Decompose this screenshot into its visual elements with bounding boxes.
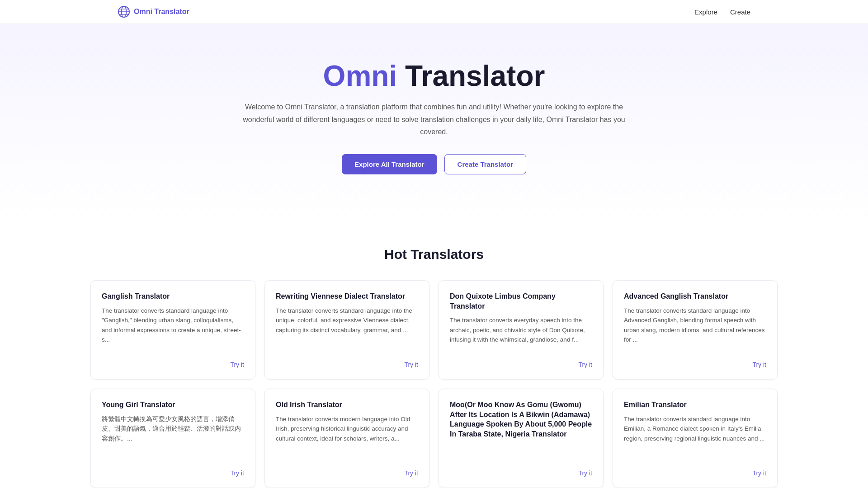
try-it-button[interactable]: Try it — [752, 361, 766, 368]
try-it-button[interactable]: Try it — [578, 469, 592, 477]
hero-title-omni: Omni — [323, 60, 397, 92]
card-title: Don Quixote Limbus Company Translator — [450, 291, 592, 311]
try-it-button[interactable]: Try it — [752, 469, 766, 477]
try-it-button[interactable]: Try it — [230, 469, 244, 477]
card-desc: The translator converts modern language … — [276, 414, 418, 444]
card-title: Old Irish Translator — [276, 400, 418, 410]
translator-card: Ganglish Translator The translator conve… — [90, 280, 255, 380]
create-translator-button[interactable]: Create Translator — [444, 154, 526, 174]
hero-title: Omni Translator — [9, 60, 859, 92]
translator-card: Advanced Ganglish Translator The transla… — [613, 280, 778, 380]
try-it-button[interactable]: Try it — [230, 361, 244, 368]
card-desc: The translator converts standard languag… — [624, 414, 766, 444]
card-desc: The translator converts standard languag… — [102, 306, 244, 345]
explore-all-button[interactable]: Explore All Translator — [342, 154, 437, 174]
card-title: Rewriting Viennese Dialect Translator — [276, 291, 418, 301]
hero-section: Omni Translator Welcome to Omni Translat… — [0, 24, 868, 220]
card-title: Emilian Translator — [624, 400, 766, 410]
card-title: Moo(Or Moo Know As Gomu (Gwomu) After It… — [450, 400, 592, 439]
nav-link-create[interactable]: Create — [730, 8, 750, 16]
card-desc: The translator converts standard languag… — [276, 306, 418, 335]
nav-link-explore[interactable]: Explore — [694, 8, 717, 16]
nav-links: Explore Create — [694, 8, 750, 16]
hero-title-translator: Translator — [397, 60, 545, 92]
card-title: Advanced Ganglish Translator — [624, 291, 766, 301]
hero-buttons: Explore All Translator Create Translator — [9, 154, 859, 174]
hot-translators-section: Hot Translators Ganglish Translator The … — [0, 220, 868, 488]
translator-card: Don Quixote Limbus Company Translator Th… — [439, 280, 604, 380]
card-desc: 將繁體中文轉換為可愛少女風格的語言，增添俏皮、甜美的語氣，適合用於輕鬆、活潑的對… — [102, 414, 244, 444]
card-title: Young Girl Translator — [102, 400, 244, 410]
nav-logo[interactable]: Omni Translator — [118, 5, 189, 18]
globe-icon — [118, 5, 130, 18]
nav-logo-text: Omni Translator — [134, 8, 189, 16]
try-it-button[interactable]: Try it — [404, 361, 418, 368]
hero-subtitle: Welcome to Omni Translator, a translatio… — [240, 101, 628, 138]
translator-card: Young Girl Translator 將繁體中文轉換為可愛少女風格的語言，… — [90, 389, 255, 488]
cards-grid: Ganglish Translator The translator conve… — [90, 280, 778, 488]
card-desc: The translator converts standard languag… — [624, 306, 766, 345]
translator-card: Old Irish Translator The translator conv… — [264, 389, 429, 488]
card-title: Ganglish Translator — [102, 291, 244, 301]
try-it-button[interactable]: Try it — [404, 469, 418, 477]
section-title: Hot Translators — [90, 247, 778, 262]
card-desc: The translator converts everyday speech … — [450, 315, 592, 345]
navbar: Omni Translator Explore Create — [0, 0, 868, 24]
try-it-button[interactable]: Try it — [578, 361, 592, 368]
translator-card: Moo(Or Moo Know As Gomu (Gwomu) After It… — [439, 389, 604, 488]
translator-card: Rewriting Viennese Dialect Translator Th… — [264, 280, 429, 380]
translator-card: Emilian Translator The translator conver… — [613, 389, 778, 488]
